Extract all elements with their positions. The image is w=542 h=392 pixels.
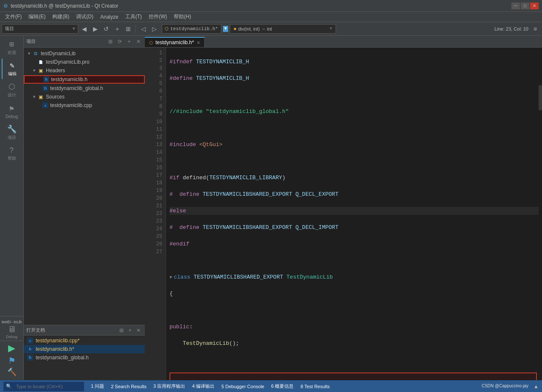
status-issues[interactable]: 1 问题 xyxy=(91,383,104,389)
source-file-label: testdynamiclib.cpp xyxy=(50,102,92,108)
welcome-icon: ⊞ xyxy=(9,39,14,49)
menu-file[interactable]: 文件(F) xyxy=(2,12,25,21)
sidebar-item-help[interactable]: ? 帮助 xyxy=(2,144,22,164)
doc-item-global-h[interactable]: h testdynamiclib_global.h xyxy=(24,353,145,362)
toolbar-nav-left[interactable]: ◁ xyxy=(138,24,148,34)
pro-file-label: testDynamicLib.pro xyxy=(46,59,90,65)
headers-folder-label: Headers xyxy=(46,68,65,73)
tree-root[interactable]: ▼ ⚙ testDynamicLib xyxy=(24,49,145,58)
code-line-5 xyxy=(169,124,539,133)
editor-area: ⬡ testdynamiclib.h* ✕ 1 2 3 4 5 6 7 8 9 … xyxy=(145,36,542,380)
sidebar-item-edit[interactable]: ✎ 编辑 xyxy=(2,59,22,79)
tree-headers-folder[interactable]: ▼ ▣ Headers xyxy=(24,66,145,75)
toolbar-add[interactable]: + xyxy=(112,24,122,34)
code-line-18: TestDynamicLib(); xyxy=(169,339,539,348)
toolbar-nav-right[interactable]: ▷ xyxy=(149,24,159,34)
status-compile-output[interactable]: 4 编译输出 xyxy=(192,383,215,389)
status-test-results[interactable]: 8 Test Results xyxy=(300,384,330,389)
header-file-2-label: testdynamiclib_global.h xyxy=(50,85,103,91)
titlebar: ⚙ testdynamiclib.h @ testDynamicLib - Qt… xyxy=(0,0,542,12)
build-button[interactable]: 🔨 xyxy=(7,367,17,377)
locate-input[interactable] xyxy=(14,382,99,391)
status-chevron-btn[interactable]: ▲ xyxy=(534,384,539,389)
toolbar-sync[interactable]: ↺ xyxy=(101,24,111,34)
run-button[interactable]: ▶ xyxy=(8,343,15,354)
title-icon: ⚙ xyxy=(3,3,8,9)
project-filter-btn[interactable]: ⊞ xyxy=(107,38,114,45)
sidebar-item-debug[interactable]: ⚑ Debug xyxy=(2,101,22,121)
code-line-6: #include <QtGui> xyxy=(169,141,539,149)
debug-run-button[interactable]: ⚑ xyxy=(8,355,16,366)
menu-controls[interactable]: 控件(W) xyxy=(145,12,170,21)
open-docs-close[interactable]: ✕ xyxy=(135,327,142,334)
menu-build[interactable]: 构建(B) xyxy=(49,12,73,21)
open-docs-pin[interactable]: ⊞ xyxy=(118,327,125,334)
tree-header-file-2[interactable]: h testdynamiclib_global.h xyxy=(24,84,145,93)
tree-header-file-1[interactable]: h testdynamiclib.h xyxy=(24,75,145,84)
open-docs-add[interactable]: + xyxy=(126,327,134,334)
project-selector[interactable]: 项目 ▼ xyxy=(2,24,78,34)
status-search-results[interactable]: 2 Search Results xyxy=(111,384,147,389)
header-file-1-label: testdynamiclib.h xyxy=(51,76,88,82)
toolbar-forward[interactable]: ▶ xyxy=(90,24,100,34)
device-kit-item[interactable]: testD···icLib 🖥 Debug xyxy=(2,320,22,339)
sources-folder-icon: ▣ xyxy=(37,93,44,100)
code-line-2: #define TESTDYNAMICLIB_H xyxy=(169,74,539,83)
cpp-file-icon: c xyxy=(42,102,48,108)
menu-edit[interactable]: 编辑(E) xyxy=(25,12,49,21)
build-mode-label: Debug xyxy=(6,335,17,339)
device-kit-icon: 🖥 xyxy=(8,324,16,334)
sidebar-label-projects: 项目 xyxy=(8,135,16,141)
tree-sources-folder[interactable]: ▼ ▣ Sources xyxy=(24,93,145,101)
tree-source-file[interactable]: c testdynamiclib.cpp xyxy=(24,101,145,110)
menu-help[interactable]: 帮助(H) xyxy=(170,12,195,21)
breadcrumb-separator[interactable]: ▼ xyxy=(223,26,228,32)
active-tab-filename: testdynamiclib.h* xyxy=(155,39,194,45)
code-line-10: #else xyxy=(169,207,539,215)
projects-icon: 🔧 xyxy=(7,124,17,134)
close-button[interactable]: ✕ xyxy=(530,3,539,9)
project-close-btn[interactable]: ✕ xyxy=(135,38,142,45)
sidebar-item-design[interactable]: ⬡ 设计 xyxy=(2,80,22,100)
project-toolbar: 项目 ⊞ ⟳ + ✕ xyxy=(24,36,145,48)
toolbar-back[interactable]: ◀ xyxy=(79,24,89,34)
symbol-breadcrumb[interactable]: ◆ div(int, int) → int ▼ xyxy=(230,24,336,34)
editor-scrollbar-thumb[interactable] xyxy=(539,85,542,110)
minimize-button[interactable]: ─ xyxy=(511,3,520,9)
status-app-output[interactable]: 3 应用程序输出 xyxy=(153,383,185,389)
symbol-text: div(int, int) → int xyxy=(238,26,272,31)
menu-analyze[interactable]: Analyze xyxy=(97,13,122,21)
search-container: 🔍 xyxy=(3,382,84,391)
project-expand-btn[interactable]: + xyxy=(125,38,133,45)
sidebar-label-welcome: 欢迎 xyxy=(8,50,16,56)
sidebar-item-welcome[interactable]: ⊞ 欢迎 xyxy=(2,37,22,58)
title-text: testdynamiclib.h @ testDynamicLib - Qt C… xyxy=(11,3,119,9)
toolbar-split[interactable]: ⊞ xyxy=(123,24,133,34)
help-icon: ? xyxy=(9,146,14,155)
file-tab-indicator[interactable]: ⬡ testdynamiclib.h* xyxy=(162,24,221,34)
left-sidebar: ⊞ 欢迎 ✎ 编辑 ⬡ 设计 ⚑ Debug 🔧 项目 ? 帮助 testD··… xyxy=(0,36,24,380)
status-general-info[interactable]: 6 概要信息 xyxy=(271,383,294,389)
code-line-1: #ifndef TESTDYNAMICLIB_H xyxy=(169,58,539,66)
open-docs-panel: 打开文档 ⊞ + ✕ c testdynamiclib.cpp* h testd… xyxy=(24,325,145,380)
open-docs-title: 打开文档 xyxy=(26,327,45,333)
status-right-section: CSDN @Cappuccino-jay ▲ xyxy=(482,384,539,389)
doc-item-cpp[interactable]: c testdynamiclib.cpp* xyxy=(24,336,145,345)
tree-pro-file[interactable]: 📄 testDynamicLib.pro xyxy=(24,58,145,66)
status-debugger-console[interactable]: 5 Debugger Console xyxy=(221,384,264,389)
sidebar-item-projects[interactable]: 🔧 项目 xyxy=(2,122,22,143)
doc-item-h[interactable]: h testdynamiclib.h* xyxy=(24,345,145,353)
project-settings-btn[interactable]: ⟳ xyxy=(116,38,124,45)
maximize-button[interactable]: □ xyxy=(521,3,529,9)
menu-debug[interactable]: 调试(D) xyxy=(73,12,97,21)
edit-icon: ✎ xyxy=(10,61,14,70)
editor-tab-active[interactable]: ⬡ testdynamiclib.h* ✕ xyxy=(145,37,205,47)
root-arrow-icon: ▼ xyxy=(27,51,32,56)
tab-close-icon[interactable]: ✕ xyxy=(197,40,200,45)
code-editor[interactable]: #ifndef TESTDYNAMICLIB_H #define TESTDYN… xyxy=(166,48,542,380)
toolbar-settings[interactable]: ≡ xyxy=(530,24,540,34)
menu-tools[interactable]: 工具(T) xyxy=(122,12,145,21)
device-kit-label: testD···icLib xyxy=(2,320,22,324)
red-highlight-box: int add(int a,int b); //加 int sub(int a,… xyxy=(169,372,537,381)
code-line-3 xyxy=(169,91,539,99)
